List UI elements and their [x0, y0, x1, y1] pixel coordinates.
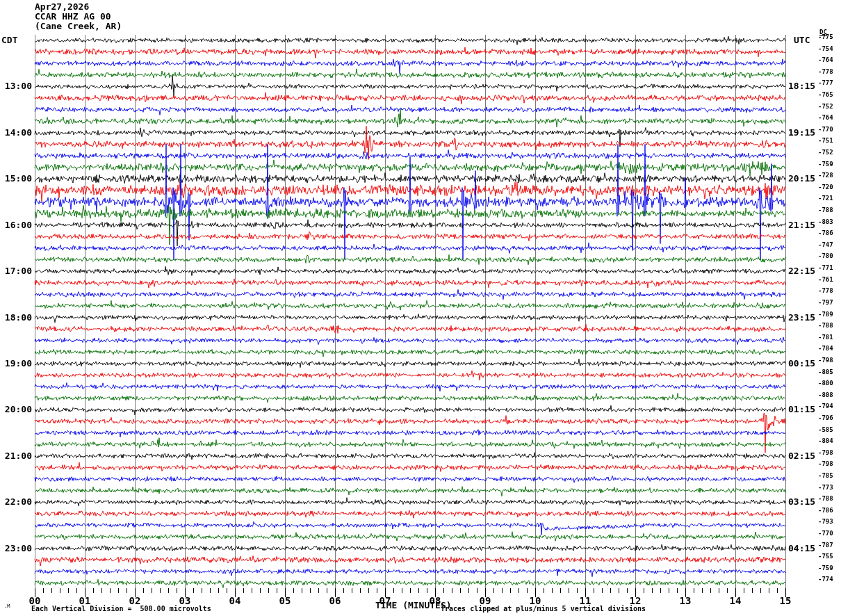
- dc-offset-value: -761: [818, 276, 833, 283]
- watermark: .M: [4, 603, 10, 609]
- x-tick-label: 10: [523, 596, 547, 606]
- dc-offset-value: -808: [818, 391, 833, 398]
- utc-hour-label: 22:15: [788, 266, 815, 276]
- dc-offset-value: -805: [818, 368, 833, 375]
- cdt-hour-label: 18:00: [0, 313, 32, 323]
- x-tick-label: 02: [123, 596, 147, 606]
- seismogram-plot: [0, 0, 841, 616]
- cdt-hour-label: 20:00: [0, 405, 32, 414]
- dc-offset-value: -759: [818, 565, 833, 572]
- dc-offset-value: -798: [818, 357, 833, 364]
- dc-offset-value: -800: [818, 380, 833, 387]
- cdt-hour-label: 13:00: [0, 81, 32, 91]
- x-tick-label: 15: [774, 596, 797, 606]
- dc-offset-value: -781: [818, 334, 833, 341]
- dc-offset-value: -794: [818, 403, 833, 410]
- cdt-hour-label: 14:00: [0, 128, 32, 138]
- dc-offset-value: -777: [818, 79, 833, 86]
- dc-offset-value: -796: [818, 414, 833, 421]
- dc-offset-value: -752: [818, 103, 833, 110]
- utc-hour-label: 19:15: [788, 128, 815, 138]
- plot-date: Apr27,2026: [35, 2, 89, 12]
- dc-offset-value: -797: [818, 299, 833, 306]
- helicorder-screen: Apr27,2026 CCAR HHZ AG 00 (Cane Creek, A…: [0, 0, 841, 616]
- scale-note: Each Vertical Division = 500.00 microvol…: [31, 605, 211, 613]
- cdt-hour-label: 21:00: [0, 451, 32, 461]
- dc-offset-value: -771: [818, 264, 833, 271]
- x-tick-label: 14: [724, 596, 747, 606]
- dc-offset-value: -754: [818, 45, 833, 52]
- dc-offset-value: -752: [818, 149, 833, 156]
- dc-offset-value: -798: [818, 460, 833, 467]
- dc-offset-value: -585: [818, 426, 833, 433]
- x-tick-label: 12: [623, 596, 647, 606]
- station-location: (Cane Creek, AR): [35, 22, 122, 31]
- dc-offset-value: -798: [818, 449, 833, 456]
- utc-hour-label: 04:15: [788, 544, 815, 553]
- station-code: CCAR HHZ AG 00: [35, 12, 111, 22]
- dc-offset-value: -773: [818, 484, 833, 491]
- dc-offset-value: -774: [818, 576, 833, 583]
- dc-offset-value: -788: [818, 206, 833, 213]
- x-tick-label: 06: [323, 596, 347, 606]
- x-tick-label: 13: [673, 596, 697, 606]
- dc-offset-value: -787: [818, 542, 833, 549]
- dc-offset-value: -747: [818, 241, 833, 248]
- dc-offset-value: -785: [818, 472, 833, 479]
- dc-offset-value: -728: [818, 172, 833, 179]
- dc-offset-value: -755: [818, 553, 833, 560]
- dc-offset-value: -784: [818, 345, 833, 352]
- x-tick-label: 09: [473, 596, 497, 606]
- dc-offset-value: -803: [818, 218, 833, 225]
- utc-hour-label: 01:15: [788, 405, 815, 414]
- dc-offset-value: -759: [818, 161, 833, 168]
- x-tick-label: 04: [223, 596, 247, 606]
- dc-offset-value: -751: [818, 137, 833, 144]
- x-tick-label: 00: [23, 596, 47, 606]
- timezone-left-label: CDT: [1, 35, 17, 45]
- dc-offset-value: -786: [818, 229, 833, 236]
- dc-offset-value: -793: [818, 518, 833, 525]
- dc-offset-value: -720: [818, 184, 833, 191]
- cdt-hour-label: 22:00: [0, 497, 32, 507]
- cdt-hour-label: 16:00: [0, 220, 32, 230]
- dc-offset-value: -804: [818, 437, 833, 444]
- timezone-right-label: UTC: [794, 35, 810, 45]
- dc-offset-value: -770: [818, 530, 833, 537]
- dc-offset-value: -764: [818, 114, 833, 121]
- clip-note: Traces clipped at plus/minus 5 vertical …: [441, 605, 646, 613]
- dc-offset-value: -775: [818, 33, 833, 40]
- dc-offset-value: -765: [818, 91, 833, 98]
- utc-hour-label: 21:15: [788, 220, 815, 230]
- dc-offset-value: -721: [818, 195, 833, 202]
- x-tick-label: 11: [573, 596, 597, 606]
- cdt-hour-label: 19:00: [0, 359, 32, 368]
- utc-hour-label: 02:15: [788, 451, 815, 461]
- dc-offset-value: -788: [818, 322, 833, 329]
- dc-offset-value: -778: [818, 287, 833, 294]
- utc-hour-label: 18:15: [788, 81, 815, 91]
- cdt-hour-label: 15:00: [0, 174, 32, 184]
- x-tick-label: 01: [73, 596, 97, 606]
- dc-offset-value: -770: [818, 126, 833, 133]
- dc-offset-value: -786: [818, 507, 833, 514]
- dc-offset-value: -788: [818, 495, 833, 502]
- dc-offset-value: -780: [818, 252, 833, 259]
- utc-hour-label: 23:15: [788, 313, 815, 323]
- x-tick-label: 03: [173, 596, 197, 606]
- utc-hour-label: 20:15: [788, 174, 815, 184]
- dc-offset-value: -789: [818, 311, 833, 318]
- cdt-hour-label: 23:00: [0, 544, 32, 553]
- dc-offset-value: -764: [818, 56, 833, 63]
- dc-offset-value: -778: [818, 68, 833, 75]
- utc-hour-label: 00:15: [788, 359, 815, 368]
- cdt-hour-label: 17:00: [0, 266, 32, 276]
- utc-hour-label: 03:15: [788, 497, 815, 507]
- x-tick-label: 05: [273, 596, 297, 606]
